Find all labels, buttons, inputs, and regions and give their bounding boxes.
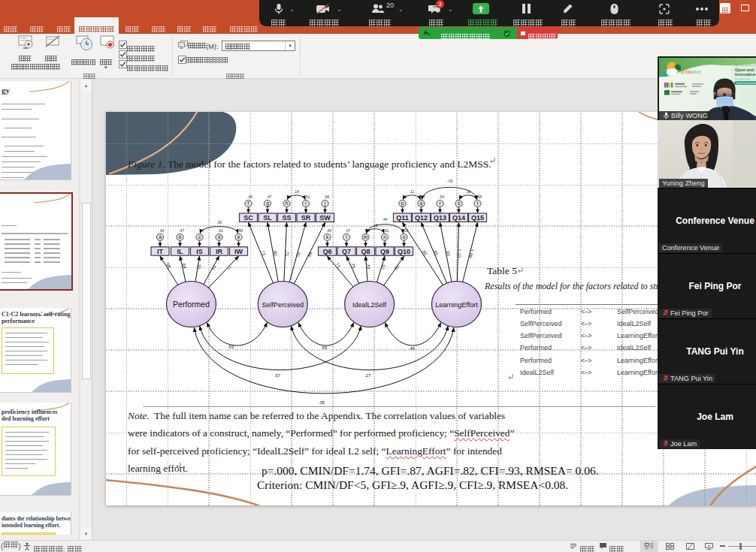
svg-text:SW: SW	[319, 214, 331, 222]
svg-text:.80: .80	[272, 249, 277, 257]
svg-text:2022: 2022	[692, 70, 701, 74]
svg-text:.40: .40	[326, 228, 331, 233]
svg-text:LearningEffort: LearningEffort	[435, 301, 478, 309]
svg-text:h: h	[286, 201, 289, 206]
svg-text:.61: .61	[218, 228, 223, 233]
svg-text:.47: .47	[346, 228, 351, 233]
svg-text:IT: IT	[157, 248, 164, 255]
svg-text:Q7: Q7	[342, 248, 351, 255]
svg-text:.05: .05	[319, 400, 325, 405]
svg-text:SC: SC	[243, 214, 253, 222]
svg-text:IdealL2Self: IdealL2Self	[352, 301, 387, 309]
svg-text:.61: .61	[305, 195, 310, 199]
svg-text:e: e	[237, 234, 240, 240]
svg-text:.64: .64	[181, 262, 187, 270]
svg-text:.68: .68	[476, 195, 482, 199]
svg-text:.68: .68	[403, 228, 408, 233]
svg-text:IL: IL	[177, 248, 184, 255]
svg-text:.57: .57	[274, 373, 281, 378]
svg-text:1.10: 1.10	[457, 249, 461, 258]
svg-text:.47: .47	[179, 228, 184, 233]
svg-text:.68: .68	[324, 195, 329, 199]
svg-text:i: i	[305, 201, 306, 206]
svg-text:.14: .14	[294, 189, 299, 194]
svg-text:.44: .44	[383, 217, 388, 222]
svg-text:Q11: Q11	[396, 214, 409, 222]
svg-text:.71: .71	[334, 261, 342, 270]
svg-text:2022 International Confe: 2022 International Confe	[735, 64, 756, 67]
svg-text:Q13: Q13	[434, 214, 446, 222]
svg-text:.40: .40	[159, 228, 165, 233]
svg-text:Open and: Open and	[735, 68, 754, 72]
svg-text:.54: .54	[198, 228, 204, 233]
svg-text:Q10: Q10	[398, 248, 410, 255]
svg-text:.81: .81	[432, 249, 439, 257]
svg-text:.68: .68	[237, 228, 243, 233]
svg-text:.36: .36	[216, 220, 222, 225]
svg-text:.40: .40	[247, 195, 253, 199]
svg-text:SR: SR	[301, 214, 311, 222]
svg-text:-.09: -.09	[446, 179, 453, 183]
svg-text:m: m	[364, 234, 367, 240]
svg-text:Q14: Q14	[452, 214, 465, 222]
svg-text:.27: .27	[364, 373, 371, 378]
svg-text:b: b	[179, 234, 182, 240]
svg-text:.47: .47	[267, 195, 272, 199]
svg-text:SS: SS	[282, 214, 291, 222]
svg-text:j: j	[324, 201, 325, 207]
svg-text:6-8 JULY 2022: 6-8 JULY 2022	[735, 78, 750, 81]
svg-text:.58: .58	[165, 261, 172, 270]
svg-text:.11: .11	[410, 189, 415, 194]
svg-text:.46: .46	[409, 346, 416, 351]
svg-text:Q12: Q12	[415, 214, 428, 222]
svg-text:f: f	[248, 201, 249, 206]
svg-text:Performed: Performed	[173, 300, 210, 309]
svg-text:g: g	[266, 201, 269, 207]
svg-text:IS: IS	[196, 248, 203, 255]
svg-text:.91: .91	[421, 249, 428, 257]
svg-text:Innovative Ed: Innovative Ed	[735, 72, 756, 77]
svg-text:IR: IR	[216, 248, 223, 255]
svg-text:.75: .75	[349, 261, 356, 270]
svg-text:Q9: Q9	[380, 248, 389, 255]
svg-text:.59: .59	[321, 345, 328, 350]
svg-text:SL: SL	[263, 214, 272, 222]
svg-text:.53: .53	[228, 345, 234, 349]
svg-text:p: p	[401, 201, 404, 207]
svg-text:.70: .70	[366, 262, 371, 269]
svg-text:Q8: Q8	[361, 248, 370, 255]
svg-text:n: n	[383, 234, 386, 240]
svg-text:Q6: Q6	[322, 248, 331, 255]
svg-text:q: q	[420, 201, 423, 207]
svg-text:o: o	[403, 234, 406, 240]
svg-text:Q15: Q15	[471, 214, 484, 222]
svg-text:.61: .61	[384, 228, 389, 233]
svg-text:.54: .54	[439, 195, 444, 199]
svg-text:.73: .73	[259, 249, 266, 257]
svg-text:IW: IW	[234, 248, 243, 255]
svg-text:.71: .71	[285, 250, 289, 257]
svg-text:ICOIE: ICOIE	[681, 70, 692, 74]
svg-text:t: t	[477, 201, 479, 206]
svg-text:Hong Kong Internationa: Hong Kong Internationa	[736, 82, 756, 85]
svg-text:a: a	[159, 234, 162, 240]
svg-text:SelfPerceived: SelfPerceived	[262, 301, 304, 309]
svg-text:1.09: 1.09	[467, 249, 474, 258]
svg-text:.70: .70	[295, 250, 301, 258]
svg-text:.77: .77	[225, 263, 234, 271]
svg-text:d: d	[218, 234, 221, 240]
svg-text:.93: .93	[445, 249, 451, 257]
